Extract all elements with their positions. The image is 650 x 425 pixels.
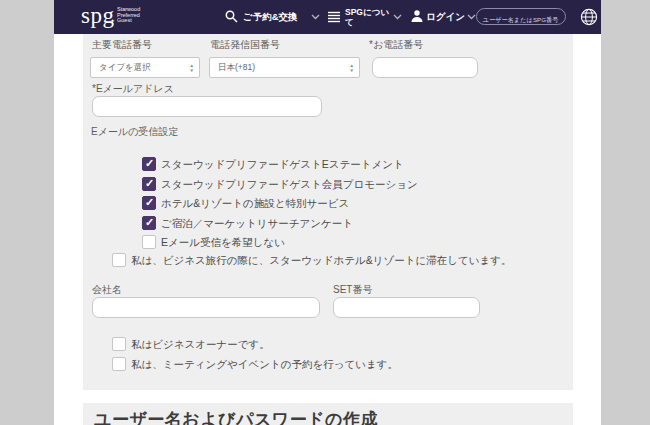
set-number-input[interactable] [333,297,480,318]
phone-type-select[interactable]: タイプを選択 ▲▼ [90,57,200,78]
checkbox-label: ご宿泊／マーケットリサーチアンケート [161,217,353,231]
menu-icon[interactable] [327,11,341,23]
company-input[interactable] [92,297,320,318]
set-number-label: SET番号 [333,283,372,297]
country-code-selected-value: 日本(+81) [218,62,255,74]
nav-login[interactable]: ログイン [426,11,465,24]
checkbox-label: ホテル&リゾートの施設と特別サービス [161,197,349,211]
checkbox-label: スターウッドプリファードゲストEステートメント [161,158,404,172]
checkbox-business-owner[interactable] [112,337,126,351]
checkbox-estatement[interactable] [142,157,156,171]
country-code-select[interactable]: 日本(+81) ▲▼ [209,57,360,78]
email-input[interactable] [92,96,322,117]
spg-page: spg ✦ StarwoodPreferredGuest ご予約&交換 SPGに… [54,0,601,425]
username-search-placeholder: ユーザー名またはSPG番号 [477,15,558,24]
select-stepper-icon: ▲▼ [350,62,354,73]
spg-logo-wordmark: StarwoodPreferredGuest [117,7,140,24]
checkbox-label: 私は、ミーティングやイベントの予約を行っています。 [131,358,398,372]
checkbox-business-travel[interactable] [112,253,126,267]
checkbox-member-promotions[interactable] [142,177,156,191]
checkbox-label: 私は、ビジネス旅行の際に、スターウッドホテル&リゾートに滞在しています。 [131,254,511,268]
phone-number-label: *お電話番号 [369,38,423,52]
chevron-down-icon[interactable] [393,14,402,20]
phone-number-input[interactable] [372,57,478,78]
spg-logo[interactable]: spg [81,1,114,31]
user-icon[interactable] [410,9,424,23]
checkbox-market-research[interactable] [142,216,156,230]
email-label: *Eメールアドレス [92,82,174,96]
username-password-section: ユーザー名およびパスワードの作成 [83,403,573,425]
select-stepper-icon: ▲▼ [190,62,194,73]
checkbox-label: Eメール受信を希望しない [161,236,285,250]
nav-reservations-exchange[interactable]: ご予約&交換 [243,11,298,24]
spg-logo-mark-icon: ✦ [110,17,115,24]
section-heading: ユーザー名およびパスワードの作成 [94,408,378,425]
chevron-down-icon[interactable] [467,14,476,20]
chevron-down-icon[interactable] [311,14,320,20]
checkbox-no-email[interactable] [142,235,156,249]
phone-type-selected-value: タイプを選択 [99,62,151,74]
checkbox-label: スターウッドプリファードゲスト会員プロモーション [161,178,418,192]
globe-icon[interactable] [580,8,598,26]
checkbox-label: 私はビジネスオーナーです。 [131,338,270,352]
checkbox-meetings-events[interactable] [112,357,126,371]
phone-type-label: 主要電話番号 [92,38,152,52]
nav-about-spg[interactable]: SPGについて [345,7,395,27]
company-label: 会社名 [92,283,122,297]
top-navigation-bar: spg ✦ StarwoodPreferredGuest ご予約&交換 SPGに… [54,0,601,34]
username-search-input[interactable]: ユーザー名またはSPG番号 [476,8,566,25]
search-icon[interactable] [225,10,238,23]
screenshot-canvas: spg ✦ StarwoodPreferredGuest ご予約&交換 SPGに… [0,0,650,425]
checkbox-hotel-services[interactable] [142,196,156,210]
email-prefs-label: Eメールの受信設定 [91,125,178,139]
country-code-label: 電話発信国番号 [210,38,280,52]
